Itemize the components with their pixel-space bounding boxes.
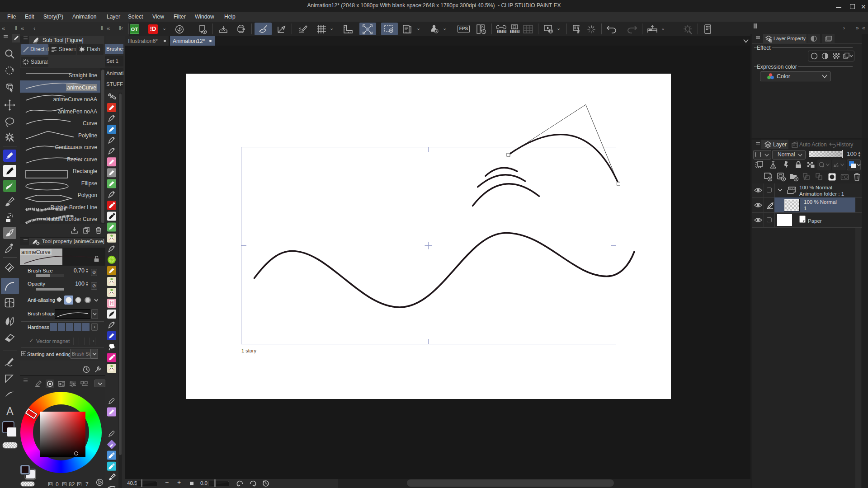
svg-text:1: 1 [497,30,499,33]
svg-text:3: 3 [517,30,519,33]
svg-text:2: 2 [514,30,516,33]
svg-text:H: H [110,300,114,306]
svg-text:1: 1 [510,30,512,33]
svg-text:1 story: 1 story [241,348,257,353]
svg-text:2: 2 [501,30,503,33]
svg-text:3: 3 [504,30,506,33]
